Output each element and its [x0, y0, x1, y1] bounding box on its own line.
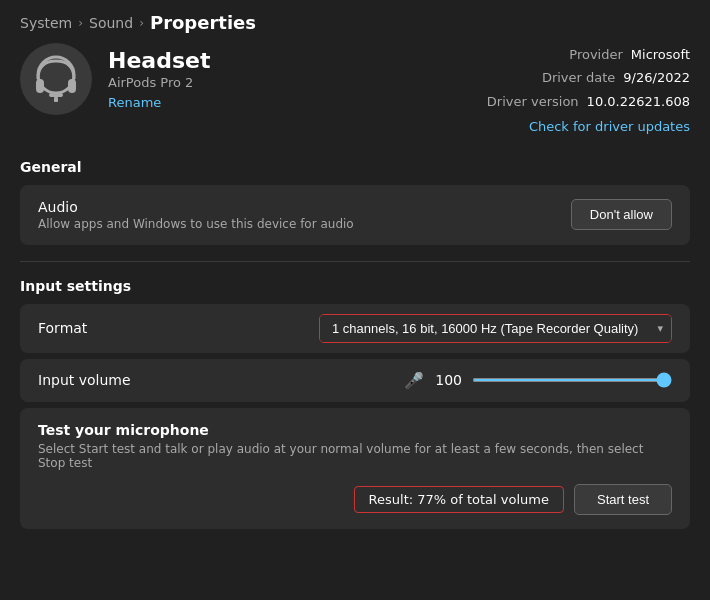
breadcrumb-system[interactable]: System — [20, 15, 72, 31]
audio-info: Audio Allow apps and Windows to use this… — [38, 199, 354, 231]
breadcrumb: System › Sound › Properties — [0, 0, 710, 43]
test-heading: Test your microphone — [38, 422, 672, 438]
headset-icon — [26, 49, 86, 109]
format-select[interactable]: 1 channels, 16 bit, 16000 Hz (Tape Recor… — [320, 315, 671, 342]
device-left: Headset AirPods Pro 2 Rename — [20, 43, 210, 115]
device-icon — [20, 43, 92, 115]
driver-version-row: Driver version 10.0.22621.608 — [487, 90, 690, 113]
audio-card-row: Audio Allow apps and Windows to use this… — [38, 199, 672, 231]
volume-label: Input volume — [38, 372, 131, 388]
driver-date-row: Driver date 9/26/2022 — [487, 66, 690, 89]
breadcrumb-current: Properties — [150, 12, 256, 33]
divider-1 — [20, 261, 690, 262]
result-box: Result: 77% of total volume — [354, 486, 564, 513]
device-model: AirPods Pro 2 — [108, 75, 210, 90]
volume-slider[interactable] — [472, 378, 672, 382]
general-heading: General — [20, 159, 690, 175]
volume-value: 100 — [434, 372, 462, 388]
audio-card: Audio Allow apps and Windows to use this… — [20, 185, 690, 245]
microphone-icon: 🎤 — [404, 371, 424, 390]
device-meta: Provider Microsoft Driver date 9/26/2022… — [487, 43, 690, 139]
audio-desc: Allow apps and Windows to use this devic… — [38, 217, 354, 231]
provider-label: Provider — [569, 43, 623, 66]
format-row: Format 1 channels, 16 bit, 16000 Hz (Tap… — [20, 304, 690, 353]
device-info: Headset AirPods Pro 2 Rename — [108, 48, 210, 110]
start-test-button[interactable]: Start test — [574, 484, 672, 515]
test-desc: Select Start test and talk or play audio… — [38, 442, 672, 470]
dont-allow-button[interactable]: Don't allow — [571, 199, 672, 230]
driver-date-value: 9/26/2022 — [623, 66, 690, 89]
driver-date-label: Driver date — [542, 66, 615, 89]
breadcrumb-sep-1: › — [78, 16, 83, 30]
input-settings-heading: Input settings — [20, 278, 690, 294]
rename-link[interactable]: Rename — [108, 95, 161, 110]
provider-value: Microsoft — [631, 43, 690, 66]
main-content: Headset AirPods Pro 2 Rename Provider Mi… — [0, 43, 710, 591]
driver-version-value: 10.0.22621.608 — [587, 90, 690, 113]
volume-controls: 🎤 100 — [404, 371, 672, 390]
provider-row: Provider Microsoft — [487, 43, 690, 66]
test-bottom: Result: 77% of total volume Start test — [38, 484, 672, 515]
check-driver-link[interactable]: Check for driver updates — [487, 115, 690, 138]
volume-row: Input volume 🎤 100 — [20, 359, 690, 402]
breadcrumb-sep-2: › — [139, 16, 144, 30]
device-name: Headset — [108, 48, 210, 73]
format-select-wrapper[interactable]: 1 channels, 16 bit, 16000 Hz (Tape Recor… — [319, 314, 672, 343]
driver-version-label: Driver version — [487, 90, 579, 113]
format-label: Format — [38, 320, 87, 336]
input-settings-section: Input settings Format 1 channels, 16 bit… — [20, 278, 690, 402]
svg-rect-6 — [54, 97, 58, 102]
audio-label: Audio — [38, 199, 354, 215]
breadcrumb-sound[interactable]: Sound — [89, 15, 133, 31]
volume-slider-wrap — [472, 378, 672, 382]
test-section: Test your microphone Select Start test a… — [20, 408, 690, 529]
svg-rect-5 — [49, 93, 63, 97]
device-header: Headset AirPods Pro 2 Rename Provider Mi… — [20, 43, 690, 139]
